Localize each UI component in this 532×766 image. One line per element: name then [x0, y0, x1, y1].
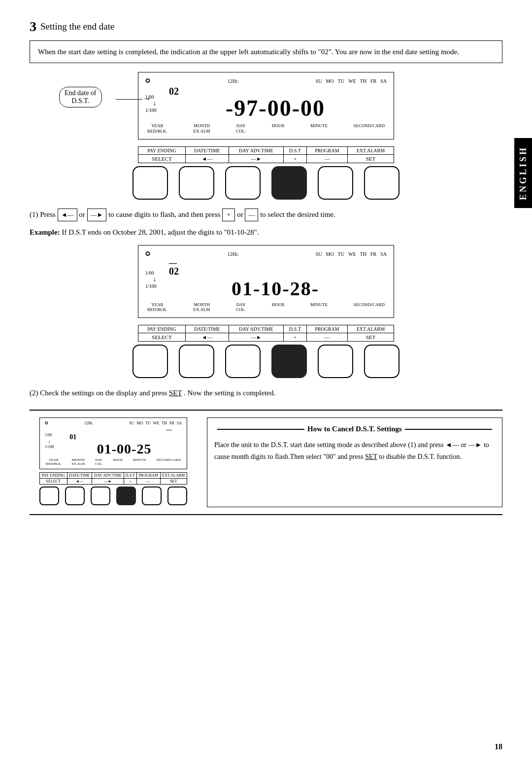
info-box: When the start date setting is completed… [30, 40, 502, 63]
cancel-box-title: How to Cancel D.S.T. Settings [214, 423, 495, 436]
bottom-btn-row2: SELECT ◄— —► + — SET [40, 478, 187, 484]
key-left-arrow-1[interactable]: ◄— [58, 209, 77, 221]
panel1-big-num: -97-00-00 [164, 95, 387, 121]
btn-table-2-wrap: PAY ENDINGDATE/TIMEDAY ADV.TIMED.S.TPROG… [30, 325, 502, 342]
btn-minus[interactable]: — [306, 154, 347, 163]
cancel-key-set[interactable]: SET [365, 453, 377, 460]
instr1-before: (1) Press [30, 210, 58, 218]
instr1-or2: or [237, 210, 245, 218]
bottom-panel-main: 1/60 ↓ 1/100 — 01 01-00-25 [45, 426, 182, 457]
panel2-top-row: ✪ 12Hr. SUMOTUWETHFRSA [145, 250, 387, 258]
btn-select: SELECT [138, 154, 186, 163]
bottom-btn-set[interactable]: SET [160, 478, 187, 484]
section-heading: 3 Setting the end date [30, 20, 502, 34]
panel1-label-month: MONTH EX.ALM [193, 123, 210, 134]
check-text: (2) Check the settings on the display an… [30, 387, 502, 400]
cancel-key-right[interactable]: —► [468, 441, 482, 449]
instr1-or1: or [79, 210, 87, 218]
instruction-1: (1) Press ◄— or —► to cause digits to fl… [30, 209, 502, 221]
page-number: 18 [495, 742, 502, 751]
panel1-label-hour: HOUR [272, 123, 285, 134]
btn-table-2-row2: SELECT ◄— —► + — SET [138, 333, 394, 342]
bottom-hr: 12Hr. [84, 421, 93, 425]
example-content: If D.S.T ends on October 28, 2001, adjus… [62, 228, 259, 236]
bottom-btn-left[interactable]: ◄— [67, 478, 92, 484]
btn-plus[interactable]: + [284, 154, 307, 163]
panel1-label-year: YEAR RED/BLK. [147, 123, 167, 134]
small-btn-2[interactable] [65, 487, 85, 505]
bottom-panel-labels: YEARRED/BLK. MONTHEX.ALM DAYCOL. HOUR MI… [45, 458, 182, 466]
bottom-panel-top: ✪ 12Hr. SUMOTUWETHFRSA [45, 421, 182, 425]
key-minus-1[interactable]: — [245, 209, 258, 221]
btn-left[interactable]: ◄— [185, 154, 229, 163]
gear-icon-2: ✪ [145, 250, 150, 258]
btn-table-1-wrap: PAY ENDING DATE/TIME DAY ADV.TIME D.S.T … [30, 146, 502, 163]
bottom-phys-buttons [30, 487, 197, 505]
cancel-key-left[interactable]: ◄— [445, 441, 459, 449]
callout-line2: D.S.T. [65, 97, 97, 105]
phys-btn-4-dark[interactable] [271, 166, 307, 200]
bottom-btn-table: PAY ENDINGDATE/TIMEDAY ADV.TIMED.S.TPROG… [39, 472, 187, 485]
phys-buttons-1 [30, 166, 502, 200]
bottom-section: ✪ 12Hr. SUMOTUWETHFRSA 1/60 ↓ 1/100 — 01… [30, 410, 502, 515]
phys-btn2-5[interactable] [318, 345, 353, 378]
bottom-btn-plus[interactable]: + [124, 478, 137, 484]
phys-btn-5[interactable] [318, 166, 353, 200]
bottom-gear: ✪ [45, 421, 48, 425]
bottom-btn-right[interactable]: —► [92, 478, 124, 484]
cancel-box-text: Place the unit to the D.S.T. start date … [214, 439, 495, 463]
display-panel-1: ✪ 12Hr. SU MO TU WE TH FR SA 1/60 ↓ 1/10… [138, 72, 394, 139]
btn-set[interactable]: SET [347, 154, 394, 163]
bottom-btn-minus[interactable]: — [136, 478, 160, 484]
btn-table-2: PAY ENDINGDATE/TIMEDAY ADV.TIMED.S.TPROG… [138, 325, 394, 342]
panel2-main: 1/60 ↓ 1/100 — 02 01-10-28- [145, 259, 387, 300]
small-btn-5[interactable] [142, 487, 162, 505]
phys-btn2-3[interactable] [225, 345, 261, 378]
phys-btn2-2[interactable] [179, 345, 214, 378]
phys-btn-3[interactable] [225, 166, 261, 200]
btn-table-1: PAY ENDING DATE/TIME DAY ADV.TIME D.S.T … [138, 146, 394, 163]
btn2-plus[interactable]: + [284, 333, 307, 342]
instr1-mid: to cause digits to flash, and then press [108, 210, 222, 218]
section-number: 3 [30, 20, 36, 34]
panel1-frac2: 1/100 [145, 107, 164, 113]
btn2-minus[interactable]: — [306, 333, 347, 342]
day-tu: TU [338, 78, 344, 84]
panel2-hr-label: 12Hr. [228, 251, 239, 257]
bottom-big-num: 01-00-25 [66, 441, 182, 457]
phys-btn2-4-dark[interactable] [271, 345, 307, 378]
bottom-btn-header: PAY ENDINGDATE/TIMEDAY ADV.TIMED.S.TPROG… [40, 472, 187, 478]
btn2-set[interactable]: SET [347, 333, 394, 342]
phys-btn-1[interactable] [133, 166, 168, 200]
panel2-display: — 02 01-10-28- [164, 259, 387, 300]
small-btn-4-dark[interactable] [116, 487, 136, 505]
day-th: TH [360, 78, 366, 84]
key-plus-1[interactable]: + [222, 209, 235, 221]
display-panel-2: ✪ 12Hr. SUMOTUWETHFRSA 1/60 ↓ 1/100 — 02… [138, 245, 394, 318]
small-btn-3[interactable] [91, 487, 110, 505]
panel1-label-day: DAY COL. [236, 123, 246, 134]
panel2-small-num: 02 [164, 266, 387, 277]
key-right-arrow-1[interactable]: —► [87, 209, 107, 221]
phys-btn2-6[interactable] [364, 345, 399, 378]
bottom-small-num: 01 [56, 433, 182, 441]
btn-table-1-header: PAY ENDING DATE/TIME DAY ADV.TIME D.S.T … [138, 146, 394, 154]
small-btn-1[interactable] [39, 487, 59, 505]
col-date-time: DATE/TIME [185, 146, 229, 154]
btn2-left[interactable]: ◄— [185, 333, 229, 342]
col-program: PROGRAM [306, 146, 347, 154]
phys-btn-6[interactable] [364, 166, 399, 200]
btn-right[interactable]: —► [229, 154, 284, 163]
panel1-top-row: ✪ 12Hr. SU MO TU WE TH FR SA [145, 77, 387, 85]
small-btn-6[interactable] [167, 487, 187, 505]
day-fr: FR [370, 78, 376, 84]
phys-btn-2[interactable] [179, 166, 214, 200]
phys-btn2-1[interactable] [133, 345, 168, 378]
day-we: WE [348, 78, 356, 84]
panel1-labels: YEAR RED/BLK. MONTH EX.ALM DAY COL. HOUR… [145, 123, 387, 134]
section-title: Setting the end date [40, 21, 114, 32]
btn2-right[interactable]: —► [229, 333, 284, 342]
bottom-left: ✪ 12Hr. SUMOTUWETHFRSA 1/60 ↓ 1/100 — 01… [30, 418, 197, 507]
panel2-fracs: 1/60 ↓ 1/100 [145, 270, 164, 289]
instr1-after: to select the desired time. [260, 210, 335, 218]
